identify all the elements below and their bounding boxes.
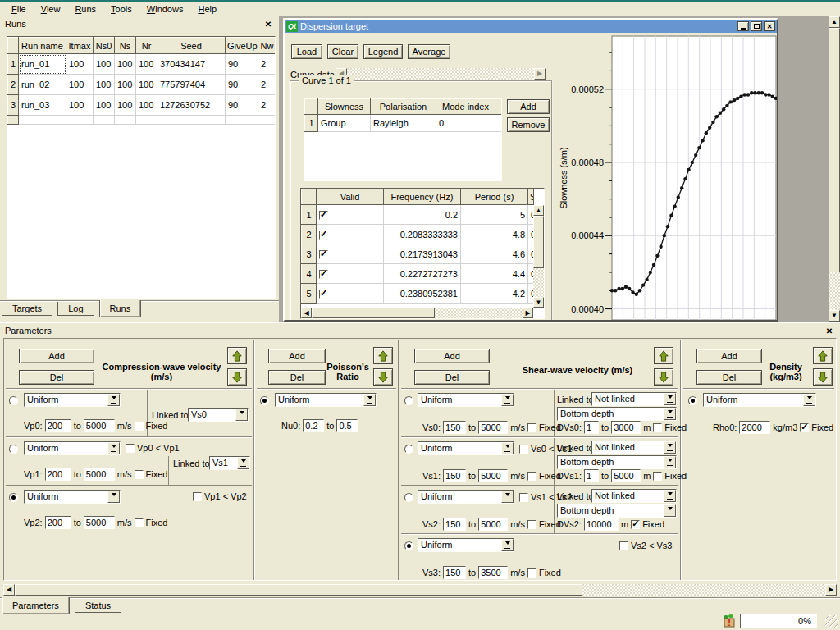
table-cell[interactable]: 2 — [258, 75, 276, 95]
valid-checkbox[interactable] — [319, 250, 328, 259]
vp1-lt-vp2-checkbox[interactable] — [193, 492, 202, 501]
legend-button[interactable]: Legend — [363, 44, 403, 59]
column-header[interactable]: Mode index — [436, 99, 495, 115]
frequency-table-vscrollbar[interactable]: ▲ ▼ — [533, 205, 544, 308]
parameters-hscrollbar[interactable]: ◀ ▶ — [3, 584, 837, 596]
vs3-min-input[interactable] — [443, 566, 466, 579]
plot-area[interactable] — [612, 36, 776, 320]
column-header[interactable] — [305, 99, 318, 115]
row-header[interactable]: 1 — [8, 54, 19, 75]
rho0-distribution-select[interactable]: Uniform — [703, 393, 816, 407]
move-up-button[interactable] — [373, 347, 393, 364]
vp2-max-input[interactable] — [84, 516, 115, 529]
column-header[interactable]: GiveUp — [226, 38, 258, 54]
frequency-cell[interactable]: 0.2 — [384, 205, 461, 225]
table-cell[interactable]: Group — [318, 115, 371, 132]
vs2-distribution-select[interactable]: Uniform — [418, 490, 514, 504]
frequency-cell[interactable]: 0.2380952381 — [384, 284, 461, 304]
table-cell[interactable]: 0 — [436, 115, 495, 132]
nu0-max-input[interactable] — [336, 419, 358, 432]
table-cell[interactable]: 2 — [258, 54, 276, 75]
vs0-radio[interactable] — [404, 396, 413, 405]
menu-help[interactable]: Help — [191, 3, 223, 15]
vs3-max-input[interactable] — [478, 566, 508, 579]
dispersion-chart[interactable]: 0.000400.000440.000480.00052Slowness (s/… — [557, 33, 777, 320]
vs2-lt-vs3-checkbox[interactable] — [619, 541, 628, 550]
table-cell[interactable]: 370434147 — [158, 54, 226, 75]
average-button[interactable]: Average — [408, 44, 450, 59]
row-header[interactable]: 3 — [302, 244, 317, 264]
menu-file[interactable]: File — [5, 3, 33, 15]
scroll-down-icon[interactable]: ▼ — [829, 310, 840, 322]
vs1-linked-select[interactable]: Not linked — [591, 441, 677, 454]
table-cell[interactable]: 100 — [115, 75, 136, 95]
row-header[interactable]: 1 — [302, 205, 317, 225]
vp-del-button[interactable]: Del — [19, 370, 94, 385]
column-header[interactable]: Run name — [19, 38, 66, 54]
nu0-radio[interactable] — [260, 396, 269, 405]
table-cell[interactable]: 90 — [226, 95, 258, 116]
row-header[interactable]: 2 — [8, 75, 19, 95]
table-cell[interactable]: 100 — [66, 54, 94, 75]
load-button[interactable]: Load — [291, 44, 322, 59]
table-cell[interactable]: 100 — [136, 95, 158, 116]
vs0-distribution-select[interactable]: Uniform — [418, 393, 514, 407]
vp2-fixed-checkbox[interactable] — [135, 518, 144, 527]
scroll-up-icon[interactable]: ▲ — [829, 16, 840, 28]
table-cell[interactable]: 100 — [136, 75, 158, 95]
scrollbar-thumb[interactable] — [533, 216, 544, 268]
column-header[interactable]: S — [528, 189, 534, 205]
row-header[interactable]: 1 — [305, 115, 318, 132]
vs0-lt-vs1-checkbox[interactable] — [519, 445, 528, 454]
table-cell[interactable]: run_03 — [19, 95, 66, 116]
vp2-radio[interactable] — [9, 493, 18, 502]
scroll-up-icon[interactable]: ▲ — [533, 205, 544, 216]
period-cell[interactable]: 5 — [461, 205, 528, 225]
column-header[interactable]: Nr — [136, 38, 158, 54]
table-cell[interactable] — [317, 284, 384, 304]
column-header[interactable]: Ns0 — [94, 38, 115, 54]
rho-add-button[interactable]: Add — [696, 349, 762, 363]
column-header[interactable]: Valid — [317, 189, 384, 205]
menu-windows[interactable]: Windows — [140, 3, 190, 15]
vp0-lt-vp1-checkbox[interactable] — [126, 444, 135, 453]
menu-view[interactable]: View — [34, 3, 67, 15]
move-down-button[interactable] — [813, 368, 833, 386]
close-icon[interactable]: ✕ — [764, 21, 775, 31]
row-header[interactable]: 3 — [8, 95, 19, 116]
table-cell[interactable]: Rayleigh — [371, 115, 436, 132]
vp0-linked-select[interactable]: Vs0 — [188, 408, 249, 422]
vs0-max-input[interactable] — [478, 421, 508, 434]
vs1-fixed-checkbox[interactable] — [527, 472, 536, 481]
row-header[interactable]: 2 — [302, 225, 317, 244]
table-cell[interactable]: 100 — [66, 75, 94, 95]
table-cell[interactable]: 90 — [226, 75, 258, 95]
vs2-radio[interactable] — [404, 493, 413, 502]
column-header[interactable] — [302, 189, 317, 205]
rho0-radio[interactable] — [688, 396, 697, 405]
nu-del-button[interactable]: Del — [268, 370, 326, 385]
table-cell[interactable]: 90 — [226, 54, 258, 75]
frequency-cell[interactable]: 0.2083333333 — [384, 225, 461, 244]
dvs0-min-input[interactable] — [584, 421, 599, 434]
add-curve-button[interactable]: Add — [507, 99, 550, 114]
vs3-distribution-select[interactable]: Uniform — [418, 538, 514, 552]
vs0-fixed-checkbox[interactable] — [527, 423, 536, 432]
frequency-table-hscrollbar[interactable]: ◀ ▶ — [301, 308, 533, 318]
table-cell[interactable]: 100 — [66, 95, 94, 116]
valid-checkbox[interactable] — [319, 231, 328, 240]
vs1-min-input[interactable] — [443, 469, 466, 482]
period-cell[interactable]: 4.4 — [461, 264, 528, 284]
valid-checkbox[interactable] — [319, 211, 328, 220]
vs0-depth-select[interactable]: Bottom depth — [557, 407, 677, 421]
rho0-value-input[interactable] — [739, 421, 770, 434]
table-cell[interactable]: run_01 — [19, 54, 66, 75]
maximize-icon[interactable] — [751, 21, 762, 31]
move-up-button[interactable] — [654, 347, 673, 364]
vp1-radio[interactable] — [9, 445, 18, 454]
valid-checkbox[interactable] — [319, 270, 328, 279]
scroll-down-icon[interactable]: ▼ — [533, 297, 544, 308]
vs3-radio[interactable] — [404, 541, 413, 550]
vs2-fixed-checkbox[interactable] — [527, 520, 536, 529]
move-up-button[interactable] — [227, 347, 247, 364]
